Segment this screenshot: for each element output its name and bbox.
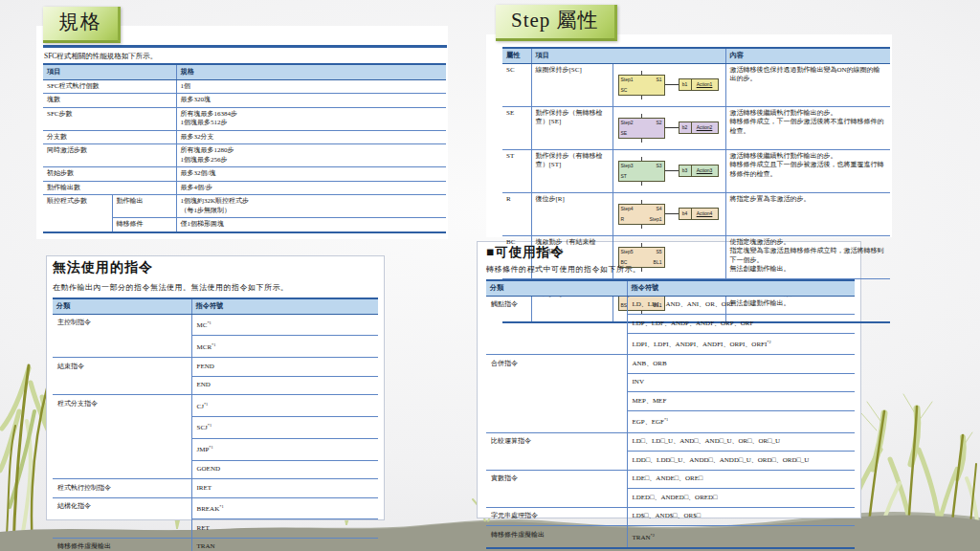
sfc-step-box: Step2S2SE <box>618 118 665 139</box>
spec-item-cell: 同時激活步數 <box>43 144 176 167</box>
step-box-label: Step1 <box>621 77 634 82</box>
symbol-cell: FEND <box>191 358 378 377</box>
spec-value-cell: 1個 <box>176 79 446 94</box>
table-row: 觸點指令LD、LDI、AND、ANI、OR、ORI <box>486 296 855 315</box>
sfc-step-box: Step3S3ST <box>618 161 665 182</box>
step-diagram: Step1S1SCb1Action1 <box>613 64 725 106</box>
spec-intro-text: SFC程式相關的性能規格如下所示。 <box>44 52 447 61</box>
step-item-cell: 動作保持步（有轉移檢查）[ST] <box>531 149 612 192</box>
category-cell: 合併指令 <box>486 355 627 432</box>
step-box-label: Step4 <box>621 207 634 211</box>
symbol-cell: LDPI、LDFI、ANDPI、ANDFI、ORPI、ORFI*2 <box>627 333 855 355</box>
table-row: 分支數最多32分支 <box>43 130 446 144</box>
step-content-cell: 激活轉移後繼續執行動作輸出的步。轉移條件成立，下一個步激活後將不進行轉移條件的檢… <box>725 106 890 149</box>
section-unusable: 無法使用的指令 在動作輸出內一部分的指令無法使用。無法使用的指令如下所示。 分類… <box>53 259 378 551</box>
symbol-cell: CJ*1 <box>191 395 378 417</box>
contact-box: b4 <box>679 208 692 220</box>
category-cell: 轉移條件虛擬輸出 <box>486 526 627 548</box>
sfc-step-box: Step4S4RStep1 <box>618 204 665 225</box>
table-row: 動作輸出數最多4個/步 <box>43 181 446 195</box>
symbol-cell: LDE□、ANDE□、ORE□ <box>627 470 855 489</box>
symbol-cell: INV <box>627 373 855 392</box>
table-row: SE動作保持步（無轉移檢查）[SE]Step2S2SEb2Action2激活轉移… <box>502 106 890 149</box>
step-section-title: Step 屬性 <box>496 5 617 41</box>
step-content-cell: 激活轉移後繼續執行動作輸出的步。轉移條件成立且下一個步被激活後，也將重覆進行轉移… <box>725 149 890 192</box>
step-diagram-cell: Step2S2SEb2Action2 <box>612 106 725 149</box>
step-box-label: S3 <box>656 164 661 168</box>
step-diagram: Step3S3STb3Action3 <box>613 150 725 192</box>
table-row: 結束指令FEND <box>53 358 378 377</box>
category-cell: 主控制指令 <box>53 314 191 358</box>
step-box-label: SC <box>621 88 628 93</box>
table-row: 比較運算指令LD□、LD□_U、AND□、AND□_U、OR□、OR□_U <box>486 432 855 452</box>
spec-item-cell: 順控程式步數 <box>43 195 112 232</box>
spec-col-item: 項目 <box>43 64 176 79</box>
step-box-label: Step1 <box>649 217 661 222</box>
symbol-cell: LDED□、ANDED□、ORED□ <box>627 489 855 508</box>
spec-value-cell: 所有塊最多1280步1個塊最多256步 <box>176 144 446 167</box>
table-row: 結構化指令BREAK*1 <box>53 497 378 519</box>
step-box-label: Step2 <box>621 121 634 125</box>
step-content-cell: 將指定步置為非激活的步。 <box>725 192 890 235</box>
step-diagram-cell: Step3S3STb3Action3 <box>612 149 725 192</box>
unusable-col-symbol: 指令符號 <box>191 298 378 314</box>
section-spec: 規格 SFC程式相關的性能規格如下所示。 項目 規格 SFC程式執行個數1個塊數… <box>43 7 447 233</box>
step-diagram: Step4S4RStep1b4Action4 <box>613 193 725 235</box>
symbol-cell: LD、LDI、AND、ANI、OR、ORI <box>627 296 855 315</box>
step-diagram-cell: Step1S1SCb1Action1 <box>612 63 725 106</box>
table-row: 實數指令LDE□、ANDE□、ORE□ <box>486 470 855 489</box>
usable-section-title: ■可使用指令 <box>486 244 855 261</box>
spec-item-cell: 分支數 <box>43 130 176 144</box>
spec-table: 項目 規格 SFC程式執行個數1個塊數最多320塊SFC步數所有塊最多16384… <box>43 63 446 233</box>
symbol-cell: LDD□、LDD□_U、ANDD□、ANDD□_U、ORD□、ORD□_U <box>627 452 855 471</box>
usable-table: 分類 指令符號 觸點指令LD、LDI、AND、ANI、OR、ORILDP、LDF… <box>486 279 855 549</box>
connector-line <box>665 170 679 171</box>
action-box: Action4 <box>692 208 719 220</box>
symbol-cell: GOEND <box>191 460 378 479</box>
action-box: Action2 <box>692 121 719 134</box>
step-box-label: S2 <box>656 121 661 125</box>
step-attr-cell: ST <box>502 149 531 192</box>
step-item-cell: 線圈保持步[SC] <box>531 63 612 106</box>
category-cell: 結束指令 <box>53 358 191 395</box>
step-item-cell: 動作保持步（無轉移檢查）[SE] <box>531 106 612 149</box>
step-item-cell: 復位步[R] <box>531 192 612 235</box>
title-rule <box>43 45 447 48</box>
table-row: 字元串處理指令LD$□、AND$□、OR$□ <box>486 507 855 526</box>
table-row: R復位步[R]Step4S4RStep1b4Action4將指定步置為非激活的步… <box>502 192 890 235</box>
symbol-cell: ANB、ORB <box>627 355 855 374</box>
table-row: SFC步數所有塊最多16384步1個塊最多512步 <box>43 107 446 130</box>
spec-subitem-cell: 動作輸出 <box>112 195 176 218</box>
symbol-cell: TRAN <box>191 538 378 551</box>
spec-section-title: 規格 <box>43 7 121 43</box>
symbol-cell: LDP、LDF、ANDP、ANDF、ORP、ORF <box>627 315 855 334</box>
step-box-label: Step3 <box>621 164 634 168</box>
symbol-cell: IRET <box>191 479 378 498</box>
symbol-cell: LD□、LD□_U、AND□、AND□_U、OR□、OR□_U <box>627 432 855 452</box>
spec-value-cell: 最多320塊 <box>176 94 446 108</box>
category-cell: 轉移條件虛擬輸出 <box>53 538 191 551</box>
table-row: 轉移條件虛擬輸出TRAN <box>53 538 378 551</box>
step-col-attr: 屬性 <box>502 48 531 63</box>
table-row: 程式執行控制指令IRET <box>53 479 378 498</box>
symbol-cell: LD$□、AND$□、OR$□ <box>627 507 855 526</box>
step-diagram-cell: Step4S4RStep1b4Action4 <box>612 192 725 235</box>
step-box-label: SE <box>621 131 628 136</box>
usable-intro-text: 轉移條件的程式中可使用的指令如下所示。 <box>486 264 855 275</box>
connector-line <box>665 84 679 85</box>
spec-col-spec: 規格 <box>176 64 446 79</box>
spec-value-cell: 最多32分支 <box>176 130 446 144</box>
category-cell: 程式分支指令 <box>53 395 191 479</box>
connector-line <box>665 213 679 214</box>
symbol-cell: TRAN*2 <box>627 526 855 548</box>
step-box-label: S1 <box>656 77 661 82</box>
contact-box: b3 <box>679 165 692 177</box>
step-col-item: 項目 <box>531 48 725 63</box>
symbol-cell: SCJ*1 <box>191 416 378 438</box>
unusable-table: 分類 指令符號 主控制指令MC*1MCR*1結束指令FENDEND程式分支指令C… <box>53 298 378 551</box>
spec-value-cell: 僅1個梯形圖塊 <box>176 218 446 232</box>
table-row: SC線圈保持步[SC]Step1S1SCb1Action1激活轉移後也保持透過動… <box>502 63 890 106</box>
contact-box: b1 <box>679 78 692 91</box>
category-cell: 觸點指令 <box>486 296 627 355</box>
table-header-row: 屬性 項目 內容 <box>502 48 890 63</box>
